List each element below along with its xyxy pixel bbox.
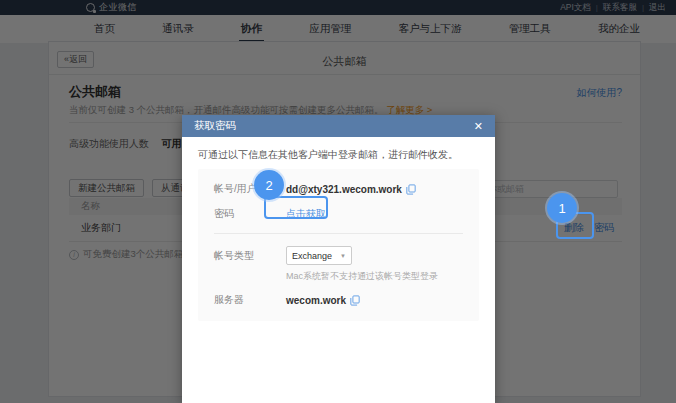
account-type-label: 帐号类型: [214, 249, 286, 263]
get-password-modal: 获取密码 ✕ 可通过以下信息在其他客户端中登录邮箱，进行邮件收发。 帐号/用户名…: [182, 115, 495, 403]
copy-icon[interactable]: [350, 295, 360, 306]
credentials-panel: 帐号/用户名 dd@xty321.wecom.work 密码 点击获取 帐号类型…: [198, 169, 479, 321]
step2-highlight-box: [264, 196, 328, 219]
modal-title: 获取密码: [194, 119, 474, 133]
chevron-down-icon: ▼: [340, 253, 346, 259]
close-icon[interactable]: ✕: [474, 121, 483, 132]
modal-intro-text: 可通过以下信息在其他客户端中登录邮箱，进行邮件收发。: [198, 148, 458, 162]
server-host-text: wecom.work: [286, 295, 346, 306]
password-row: 密码 点击获取: [214, 207, 463, 221]
server-row: 服务器 wecom.work: [214, 293, 463, 307]
copy-icon[interactable]: [406, 184, 416, 195]
step2-badge: 2: [254, 170, 284, 200]
modal-header: 获取密码 ✕: [182, 115, 495, 137]
mac-support-hint: Mac系统暂不支持通过该帐号类型登录: [286, 270, 463, 283]
account-type-select[interactable]: Exchange ▼: [286, 246, 352, 265]
server-label: 服务器: [214, 293, 286, 307]
account-value: dd@xty321.wecom.work: [286, 184, 416, 195]
divider: [214, 233, 463, 234]
account-type-row: 帐号类型 Exchange ▼: [214, 246, 463, 265]
account-type-value: Exchange: [292, 251, 332, 261]
step1-badge: 1: [547, 193, 577, 223]
account-row: 帐号/用户名 dd@xty321.wecom.work: [214, 182, 463, 196]
server-value: wecom.work: [286, 295, 360, 306]
wecom-admin-page: 企业微信 API文档 | 联系客服 | 退出 首页 通讯录 协作 应用管理 客户…: [0, 0, 676, 403]
account-email-text: dd@xty321.wecom.work: [286, 184, 402, 195]
